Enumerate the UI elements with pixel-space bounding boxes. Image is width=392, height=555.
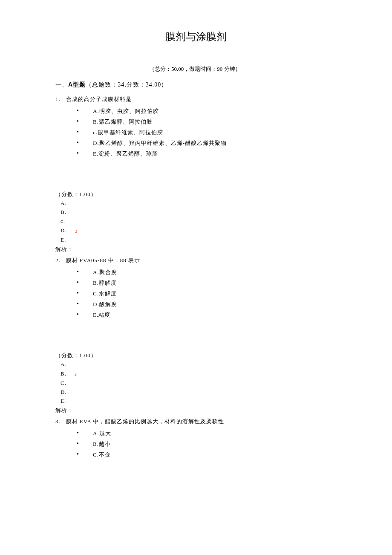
- question-text: 膜材 PVA05-88 中，88 表示: [66, 257, 140, 263]
- section-rest: （总题数：34,分数：34.00）: [86, 81, 167, 88]
- option-item: A.聚合度: [77, 269, 337, 276]
- answer-letter: D.: [61, 227, 67, 234]
- answer-list: A. B.』 C. D. E.: [61, 361, 337, 405]
- option-item: c.羧甲基纤维素、阿拉伯胶: [77, 129, 337, 136]
- section-heading: 一、A型题（总题数：34,分数：34.00）: [55, 81, 337, 89]
- analysis-label: 解析：: [55, 407, 337, 414]
- option-item: A.越大: [77, 430, 337, 437]
- exam-meta: （总分：50.00，做题时间：90 分钟）: [149, 65, 260, 73]
- answer-row: D.』: [61, 227, 337, 234]
- answer-list: A. B. c. D.』 E.: [61, 200, 337, 243]
- answer-row: A.: [61, 361, 337, 368]
- section-type: A型题: [68, 81, 86, 88]
- answer-row: E.: [61, 237, 337, 243]
- question-number: 2.: [55, 257, 61, 263]
- option-list: A.聚合度 B.醇解度 C.水解度 D.酸解度 E.粘度: [77, 269, 337, 319]
- question-stem: 3. 膜材 EVA 中，醋酸乙烯的比例越大，材料的溶解性及柔软性: [55, 418, 337, 425]
- answer-letter: B.: [61, 370, 66, 377]
- option-list: A.越大 B.越小 C.不变: [77, 430, 337, 459]
- option-item: B.聚乙烯醇、阿拉伯胶: [77, 118, 337, 126]
- question-number: 1.: [55, 96, 61, 102]
- option-item: B.越小: [77, 440, 337, 448]
- answer-row: c.: [61, 218, 337, 225]
- section-prefix: 一、: [55, 81, 68, 88]
- question-number: 3.: [55, 418, 61, 425]
- option-item: C.水解度: [77, 290, 337, 298]
- question-text: 合成的高分子成膜材料是: [66, 96, 132, 102]
- correct-mark-icon: 』: [74, 370, 80, 377]
- question-stem: 1. 合成的高分子成膜材料是: [55, 95, 337, 103]
- option-item: E.粘度: [77, 311, 337, 319]
- answer-row: C.: [61, 380, 337, 387]
- option-list: A.明胶、虫胶、阿拉伯胶 B.聚乙烯醇、阿拉伯胶 c.羧甲基纤维素、阿拉伯胶 D…: [77, 107, 337, 158]
- question-stem: 2. 膜材 PVA05-88 中，88 表示: [55, 257, 337, 264]
- question-score: （分数：1.00）: [55, 191, 337, 198]
- question-text: 膜材 EVA 中，醋酸乙烯的比例越大，材料的溶解性及柔软性: [66, 418, 225, 425]
- page-title: 膜剂与涂膜剂: [55, 30, 337, 43]
- question-score: （分数：1.00）: [55, 352, 337, 359]
- option-item: C.不变: [77, 451, 337, 459]
- answer-row: A.: [61, 200, 337, 207]
- analysis-label: 解析：: [55, 246, 337, 253]
- option-item: D.酸解度: [77, 301, 337, 308]
- option-item: E.淀粉、聚乙烯醇、琼脂: [77, 150, 337, 158]
- option-item: D.聚乙烯醇、羟丙甲纤维素、乙烯-醋酸乙烯共聚物: [77, 139, 337, 147]
- answer-row: B.: [61, 209, 337, 216]
- option-item: B.醇解度: [77, 279, 337, 287]
- answer-row: D.: [61, 389, 337, 396]
- answer-row: E.: [61, 398, 337, 405]
- correct-mark-icon: 』: [75, 227, 81, 234]
- option-item: A.明胶、虫胶、阿拉伯胶: [77, 107, 337, 115]
- answer-row: B.』: [61, 370, 337, 378]
